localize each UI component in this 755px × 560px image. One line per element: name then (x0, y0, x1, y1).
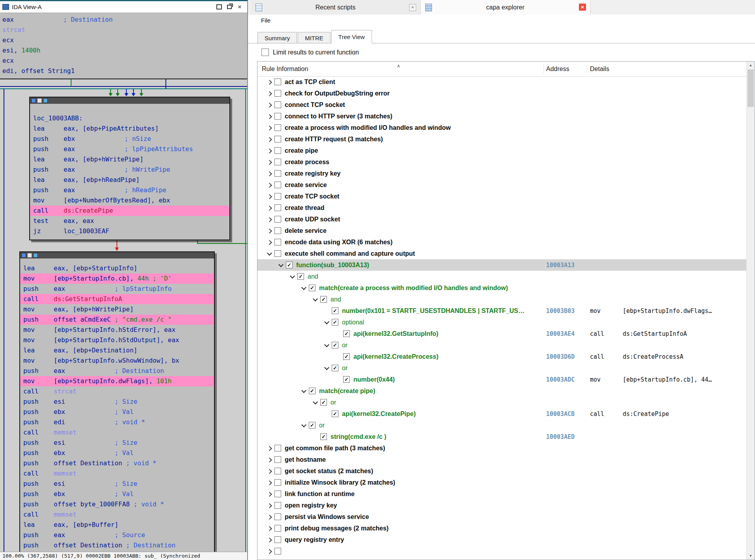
tree-checkbox[interactable] (274, 204, 281, 211)
graph-node-top[interactable]: eax ; Destinationstrcatecxesi, 1400hecxe… (0, 13, 247, 79)
tree-row[interactable]: ✓number(0x101 = STARTF_USESTDHANDLES | S… (257, 305, 746, 317)
asm-line[interactable]: esi, 1400h (0, 45, 247, 56)
expand-arrow-icon[interactable] (266, 548, 273, 555)
expand-arrow-icon[interactable] (266, 479, 273, 486)
disassembly-graph[interactable]: eax ; Destinationstrcatecxesi, 1400hecxe… (0, 13, 247, 553)
tree-checkbox[interactable] (274, 159, 281, 165)
tree-row[interactable]: create pipe (257, 145, 746, 156)
asm-line[interactable]: jz loc_10003EAF (30, 226, 229, 236)
tab-tree-view[interactable]: Tree View (331, 30, 372, 43)
tree-checkbox[interactable] (274, 193, 281, 200)
tree-row[interactable]: get hostname (257, 454, 746, 465)
tree-checkbox-checked[interactable]: ✓ (286, 262, 293, 268)
asm-line[interactable]: mov eax, [ebp+hWritePipe] (20, 304, 214, 315)
column-header-rule-information[interactable]: ∧ Rule Information (262, 62, 308, 76)
asm-line[interactable]: lea eax, [ebp+hWritePipe] (30, 154, 229, 165)
asm-line[interactable]: push esi ; Size (20, 397, 214, 407)
tree-row[interactable]: check for OutputDebugString error (257, 88, 746, 99)
asm-line[interactable]: lea eax, [ebp+Buffer] (20, 520, 214, 530)
asm-line[interactable]: lea eax, [ebp+PipeAttributes] (30, 124, 229, 134)
asm-line-highlighted[interactable]: mov [ebp+StartupInfo.cb], 44h ; 'D' (20, 273, 214, 284)
expand-arrow-icon[interactable] (266, 79, 273, 86)
asm-line[interactable]: push eax ; lpPipeAttributes (30, 144, 229, 154)
asm-line[interactable]: push ebx ; Val (20, 489, 214, 499)
tree-checkbox[interactable] (274, 250, 281, 257)
scrollbar-thumb[interactable] (747, 69, 754, 107)
expand-arrow-icon[interactable] (266, 101, 273, 109)
tree-checkbox[interactable] (274, 502, 281, 509)
tree-checkbox[interactable] (274, 468, 281, 474)
tree-checkbox[interactable] (274, 136, 281, 142)
asm-line[interactable]: mov [ebp+NumberOfBytesRead], ebx (30, 195, 229, 206)
tree-checkbox[interactable] (274, 239, 281, 245)
tree-row[interactable]: ✓and (257, 271, 746, 282)
close-button[interactable]: ✕ (235, 3, 245, 11)
asm-line[interactable]: push esi ; Size (20, 438, 214, 448)
tree-checkbox[interactable] (274, 124, 281, 131)
tree-row[interactable]: ✓or (257, 339, 746, 351)
tree-checkbox-checked[interactable]: ✓ (332, 410, 338, 417)
tree-checkbox-checked[interactable]: ✓ (309, 388, 316, 394)
tree-checkbox[interactable] (274, 170, 281, 177)
tree-row[interactable]: ✓api(kernel32.CreateProcess)10003D6Dcall… (257, 351, 746, 362)
asm-line-highlighted[interactable]: call ds:CreatePipe (30, 206, 229, 216)
tree-row[interactable]: create a process with modified I/O handl… (257, 122, 746, 133)
tab-summary[interactable]: Summary (257, 32, 297, 43)
expand-arrow-icon[interactable] (266, 147, 273, 154)
expand-arrow-icon[interactable] (266, 491, 273, 498)
tree-row[interactable]: ✓match(create pipe) (257, 385, 746, 397)
collapse-arrow-icon[interactable] (312, 399, 319, 406)
tree-row[interactable]: connect to HTTP server (3 matches) (257, 111, 746, 122)
expand-arrow-icon[interactable] (266, 204, 273, 212)
tree-row[interactable]: ✓api(kernel32.GetStartupInfo)10003AE4cal… (257, 328, 746, 339)
tree-checkbox[interactable] (274, 90, 281, 97)
collapse-arrow-icon[interactable] (266, 250, 273, 257)
node-titlebar[interactable] (20, 252, 214, 258)
asm-line[interactable]: push eax ; Source (20, 530, 214, 540)
asm-line[interactable]: lea eax, [ebp+hReadPipe] (30, 175, 229, 185)
tree-row[interactable]: get socket status (2 matches) (257, 465, 746, 477)
asm-line[interactable]: test eax, eax (30, 216, 229, 226)
tree-row[interactable]: act as TCP client (257, 76, 746, 88)
tree-checkbox[interactable] (274, 479, 281, 486)
column-header-address[interactable]: Address (546, 62, 569, 76)
asm-line[interactable]: push ebx ; Val (20, 407, 214, 417)
tree-row[interactable]: print debug messages (2 matches) (257, 523, 746, 534)
expand-arrow-icon[interactable] (266, 170, 273, 177)
tree-row[interactable]: execute shell command and capture output (257, 248, 746, 259)
tree-row[interactable]: delete service (257, 225, 746, 236)
tree-row[interactable]: get common file path (3 matches) (257, 442, 746, 454)
collapse-arrow-icon[interactable] (323, 342, 330, 349)
tree-row[interactable]: create HTTP request (3 matches) (257, 133, 746, 145)
tree-checkbox[interactable] (274, 548, 281, 554)
tree-checkbox-checked[interactable]: ✓ (332, 319, 338, 326)
expand-arrow-icon[interactable] (266, 445, 273, 452)
expand-arrow-icon[interactable] (266, 113, 273, 120)
ida-titlebar[interactable]: IDA View-A ✕ (0, 1, 247, 13)
tree-row[interactable]: create registry key (257, 168, 746, 179)
tree-checkbox[interactable] (274, 456, 281, 463)
collapse-arrow-icon[interactable] (300, 388, 307, 395)
tree-row[interactable]: initialize Winsock library (2 matches) (257, 477, 746, 488)
expand-arrow-icon[interactable] (266, 525, 273, 532)
tree-row[interactable]: create TCP socket (257, 191, 746, 202)
asm-line[interactable]: strcat (0, 25, 247, 35)
tree-row[interactable]: create thread (257, 202, 746, 214)
asm-line[interactable]: push eax ; hReadPipe (30, 185, 229, 195)
tree-checkbox-checked[interactable]: ✓ (309, 422, 316, 429)
tree-row[interactable]: persist via Windows service (257, 511, 746, 523)
asm-line[interactable]: push ebx ; Val (20, 448, 214, 458)
expand-arrow-icon[interactable] (266, 124, 273, 131)
tree-checkbox-checked[interactable]: ✓ (343, 376, 350, 383)
asm-line[interactable]: mov [ebp+StartupInfo.wShowWindow], bx (20, 356, 214, 366)
limit-results-checkbox[interactable] (261, 49, 269, 56)
tree-row[interactable]: connect TCP socket (257, 99, 746, 111)
close-tab-icon[interactable]: ✕ (409, 4, 416, 11)
collapse-arrow-icon[interactable] (312, 296, 319, 303)
expand-arrow-icon[interactable] (266, 468, 273, 475)
tree-row[interactable]: ✓number(0x44)10003ADCmov[ebp+StartupInfo… (257, 374, 746, 385)
tree-checkbox[interactable] (274, 445, 281, 451)
column-header-details[interactable]: Details (590, 62, 609, 76)
asm-line[interactable]: loc_10003ABB: (30, 113, 229, 124)
menu-file[interactable]: File (259, 16, 273, 24)
